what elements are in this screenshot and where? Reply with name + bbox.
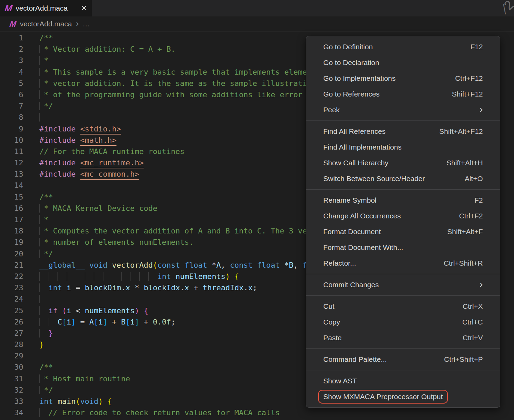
line-number: 25 (0, 305, 23, 316)
breadcrumb[interactable]: M vectorAdd.maca › ... (0, 16, 514, 32)
code-line[interactable]: 34 // Error code to check return values … (0, 407, 514, 418)
indent-guide (76, 272, 85, 281)
menu-item-format-document-with[interactable]: Format Document With... (306, 240, 500, 255)
code-text: * (39, 214, 49, 225)
line-number: 28 (0, 339, 23, 350)
indent-guide (39, 227, 44, 235)
menu-item-go-to-references[interactable]: Go to ReferencesShift+F12 (306, 86, 500, 102)
menu-item-copy[interactable]: CopyCtrl+C (306, 314, 500, 330)
code-text: // For the MACA runtime routines (39, 146, 185, 157)
menu-section: Command Palette...Ctrl+Shift+P (306, 349, 500, 370)
menu-item-label: Go to Implementations (323, 74, 396, 82)
indent-guide (39, 283, 49, 292)
menu-shortcut: Ctrl+V (463, 334, 483, 342)
menu-item-label: Commit Changes (323, 281, 379, 289)
context-menu: Go to DefinitionF12Go to DeclarationGo t… (306, 36, 500, 408)
menu-section: Go to DefinitionF12Go to DeclarationGo t… (306, 36, 500, 120)
code-text: */ (39, 248, 53, 259)
menu-shortcut: Shift+Alt+F (447, 228, 483, 236)
chevron-right-icon: › (76, 20, 79, 29)
code-text: __global__ void vectorAdd(const float *A… (39, 259, 343, 271)
line-number: 34 (0, 407, 23, 418)
menu-item-label: Command Palette... (323, 355, 387, 364)
breadcrumb-file[interactable]: vectorAdd.maca (20, 20, 72, 28)
line-number: 17 (0, 214, 23, 225)
menu-item-go-to-implementations[interactable]: Go to ImplementationsCtrl+F12 (306, 71, 500, 86)
close-icon[interactable]: ✕ (81, 4, 87, 12)
line-number: 10 (0, 135, 23, 146)
menu-item-format-document[interactable]: Format DocumentShift+Alt+F (306, 224, 500, 240)
indent-guide (39, 295, 44, 303)
code-text: // Error code to check return values for… (39, 407, 280, 418)
menu-item-find-all-references[interactable]: Find All ReferencesShift+Alt+F12 (306, 124, 500, 139)
menu-item-label: Format Document (323, 228, 381, 236)
menu-item-label: Rename Symbol (323, 196, 376, 204)
menu-item-show-ast[interactable]: Show AST (306, 373, 500, 389)
menu-item-change-all-occurrences[interactable]: Change All OccurrencesCtrl+F2 (306, 208, 500, 224)
code-text: int main(void) { (39, 396, 112, 407)
menu-item-show-call-hierarchy[interactable]: Show Call HierarchyShift+Alt+H (306, 155, 500, 171)
code-text: * Vector addition: C = A + B. (39, 43, 175, 55)
indent-guide (112, 272, 121, 281)
code-text: /** (39, 32, 53, 43)
menu-item-label: Peek (323, 106, 340, 114)
menu-item-command-palette[interactable]: Command Palette...Ctrl+Shift+P (306, 352, 500, 367)
menu-item-go-to-declaration[interactable]: Go to Declaration (306, 55, 500, 71)
indent-guide (39, 250, 44, 258)
menu-item-label: Format Document With... (323, 243, 403, 252)
indent-guide (39, 45, 44, 53)
menu-section: Rename SymbolF2Change All OccurrencesCtr… (306, 190, 500, 274)
menu-item-show-mxmaca-preprocessor-output[interactable]: Show MXMACA Preprocessor Output (306, 389, 500, 405)
code-text: #include <stdio.h> (39, 123, 121, 135)
menu-item-commit-changes[interactable]: Commit Changes› (306, 277, 500, 293)
indent-guide (139, 272, 149, 281)
maca-file-icon: M (4, 4, 12, 13)
code-text: } (39, 339, 44, 350)
code-text: #include <mc_runtime.h> (39, 157, 144, 168)
menu-item-go-to-definition[interactable]: Go to DefinitionF12 (306, 39, 500, 55)
menu-item-switch-between-source-header[interactable]: Switch Between Source/HeaderAlt+O (306, 171, 500, 187)
menu-shortcut: Shift+F12 (452, 90, 483, 98)
menu-item-paste[interactable]: PasteCtrl+V (306, 330, 500, 346)
menu-item-label: Show AST (323, 377, 357, 385)
menu-item-cut[interactable]: CutCtrl+X (306, 298, 500, 314)
indent-guide (58, 272, 67, 281)
code-text (39, 293, 44, 305)
code-text: /** (39, 191, 53, 203)
indent-guide (94, 272, 103, 281)
line-number: 21 (0, 259, 23, 271)
line-number: 2 (0, 43, 23, 55)
tab-vectoradd-maca[interactable]: M vectorAdd.maca ✕ (0, 0, 92, 16)
line-number: 13 (0, 168, 23, 180)
line-number: 5 (0, 78, 23, 89)
menu-item-peek[interactable]: Peek› (306, 102, 500, 118)
line-number: 18 (0, 225, 23, 237)
menu-item-find-all-implementations[interactable]: Find All Implementations (306, 139, 500, 155)
menu-item-label: Show MXMACA Preprocessor Output (318, 390, 448, 404)
submenu-arrow-icon: › (479, 279, 483, 291)
menu-shortcut: Ctrl+F12 (455, 74, 483, 82)
menu-section: Show ASTShow MXMACA Preprocessor Output (306, 370, 500, 407)
indent-guide (39, 238, 44, 246)
breadcrumb-more[interactable]: ... (83, 20, 90, 28)
menu-item-rename-symbol[interactable]: Rename SymbolF2 (306, 192, 500, 208)
line-number: 3 (0, 55, 23, 66)
menu-shortcut: Shift+Alt+H (447, 159, 483, 167)
menu-item-label: Switch Between Source/Header (323, 175, 425, 183)
indent-guide (39, 386, 44, 394)
line-number: 16 (0, 203, 23, 214)
tab-title: vectorAdd.maca (16, 4, 68, 12)
menu-shortcut: Ctrl+F2 (459, 212, 483, 220)
code-text: * (39, 55, 49, 66)
code-text: if (i < numElements) { (39, 305, 148, 316)
menu-shortcut: Ctrl+X (463, 302, 483, 310)
indent-guide (39, 90, 44, 99)
menu-item-refactor[interactable]: Refactor...Ctrl+Shift+R (306, 255, 500, 271)
line-number: 14 (0, 180, 23, 191)
line-number: 26 (0, 316, 23, 328)
line-number: 12 (0, 157, 23, 168)
line-number: 24 (0, 293, 23, 305)
code-text: #include <math.h> (39, 135, 116, 146)
line-number: 20 (0, 248, 23, 259)
menu-item-label: Go to References (323, 90, 380, 98)
